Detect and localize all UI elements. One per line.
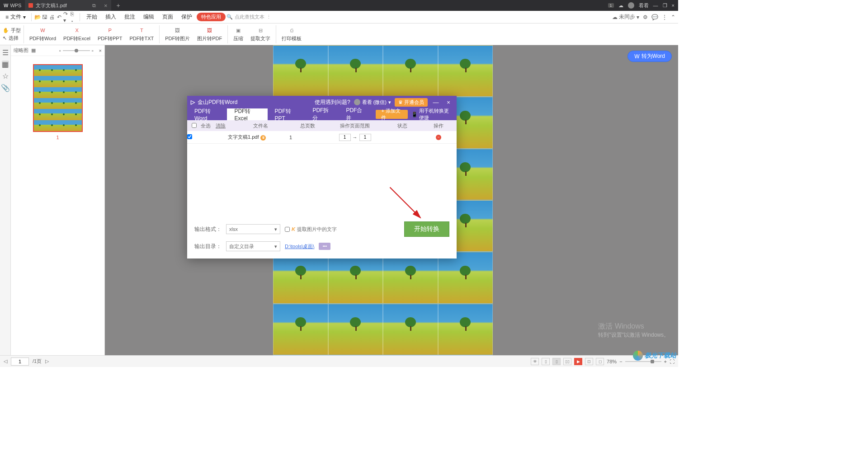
sync-status[interactable]: ☁未同步 ▾ <box>612 13 639 21</box>
collapse-ribbon-icon[interactable]: ⌃ <box>671 14 675 20</box>
tool-select[interactable]: ↖选择 <box>3 35 21 42</box>
mobile-convert-hint[interactable]: 📱用手机转换更便捷 <box>408 108 457 120</box>
thumb-zoom-slider[interactable] <box>63 50 90 51</box>
tool-pdf-to-ppt[interactable]: PPDF转PPT <box>94 25 126 43</box>
output-dir-select[interactable]: 自定义目录▾ <box>226 241 280 251</box>
tool-hand[interactable]: ✋手型 <box>3 27 21 34</box>
menu-protect[interactable]: 保护 <box>178 12 196 22</box>
settings-icon[interactable]: ⚙ <box>643 14 648 20</box>
view-facing-icon[interactable]: ▯▯ <box>563 358 571 365</box>
zoom-out-icon[interactable]: − <box>619 359 622 364</box>
convert-to-word-button[interactable]: W 转为Word <box>627 51 672 62</box>
ppt-icon: P <box>106 26 114 34</box>
user-avatar-icon[interactable] <box>628 2 634 9</box>
dialog-minimize-icon[interactable]: — <box>431 99 440 106</box>
next-page-icon[interactable]: ▷ <box>45 358 49 364</box>
chevron-down-icon: ▾ <box>274 244 277 249</box>
tab-close-icon[interactable]: × <box>104 2 108 9</box>
print-icon[interactable]: 🖨 <box>49 14 55 20</box>
tool-pdf-to-excel[interactable]: XPDF转Excel <box>60 25 94 43</box>
outline-icon[interactable]: ☰ <box>2 49 9 56</box>
feedback-icon[interactable]: 💬 <box>651 14 658 20</box>
save-icon[interactable]: 🖫 <box>42 14 48 20</box>
start-convert-button[interactable]: 开始转换 <box>404 221 449 237</box>
menu-comment[interactable]: 批注 <box>121 12 139 22</box>
view-continuous-icon[interactable]: ▯ <box>552 358 561 365</box>
window-close-icon[interactable]: × <box>672 3 675 8</box>
dialog-vip-button[interactable]: ♛开通会员 <box>395 98 428 107</box>
show-hide-icon[interactable]: 👁 <box>531 358 539 365</box>
page-from-input[interactable] <box>339 134 351 141</box>
tool-print-template[interactable]: ⎙打印模板 <box>278 25 305 43</box>
notification-badge[interactable]: 1 <box>608 3 614 8</box>
more-icon[interactable]: ⋮ <box>662 14 667 20</box>
search-box[interactable]: 🔍 点此查找文本 ⋮ <box>226 14 271 20</box>
undo-icon[interactable]: ↶ <box>56 14 62 20</box>
open-icon[interactable]: 📂 <box>34 14 41 20</box>
redo-icon[interactable]: ↷ ▾ <box>63 14 70 20</box>
thumbnails-icon[interactable]: ▦ <box>2 61 9 68</box>
browse-folder-button[interactable]: ••• <box>319 243 330 250</box>
attachment-icon[interactable]: 📎 <box>2 84 9 91</box>
view-single-icon[interactable]: ▯ <box>542 358 550 365</box>
menu-edit[interactable]: 编辑 <box>140 12 158 22</box>
tool-pdf-to-image[interactable]: 🖼PDF转图片 <box>161 25 193 43</box>
cloud-icon[interactable]: ☁ <box>618 3 623 9</box>
output-path-link[interactable]: D:\tools\桌面\ <box>285 243 314 250</box>
fit-width-icon[interactable]: ⊡ <box>585 358 593 365</box>
txt-icon: T <box>137 26 146 34</box>
dialog-help-link[interactable]: 使用遇到问题? <box>315 99 350 106</box>
col-operation: 操作 <box>420 122 457 129</box>
file-menu[interactable]: ≡ 文件 ▾ <box>3 12 28 22</box>
thumb-zoom-in-icon[interactable]: ▫ <box>92 48 94 53</box>
thumb-panel-close-icon[interactable]: × <box>99 48 102 53</box>
tool-pdf-to-word[interactable]: WPDF转Word <box>26 25 60 43</box>
menu-start[interactable]: 开始 <box>83 12 101 22</box>
compress-icon: ▣ <box>234 26 242 34</box>
title-bar: WWPS 文字文稿1.pdf ⧉ × + 1 ☁ 看看 — ❐ × <box>0 0 678 11</box>
tab-pdf-split[interactable]: PDF拆分 <box>305 108 339 120</box>
current-page-input[interactable] <box>11 357 29 366</box>
tab-pdf-merge[interactable]: PDF合并 <box>339 108 372 120</box>
ocr-checkbox[interactable] <box>285 227 290 232</box>
col-status: 状态 <box>384 122 420 129</box>
output-format-select[interactable]: xlsx▾ <box>226 224 280 234</box>
thumb-grid-icon[interactable]: ▦ <box>31 47 36 53</box>
tab-pdf-to-ppt[interactable]: PDF转PPT <box>268 108 306 120</box>
thumb-zoom-out-icon[interactable]: ▫ <box>59 48 61 53</box>
dialog-user[interactable]: 看看 (微信) ▾ <box>354 99 391 106</box>
zoom-slider[interactable] <box>625 361 661 362</box>
bookmark-icon[interactable]: ☆ <box>2 72 9 80</box>
tab-popup-icon[interactable]: ⧉ <box>92 3 96 9</box>
ocr-label: 提取图片中的文字 <box>297 226 337 233</box>
document-tab[interactable]: 文字文稿1.pdf ⧉ × <box>25 0 111 11</box>
new-tab-button[interactable]: + <box>111 2 126 9</box>
page-to-input[interactable] <box>359 134 371 141</box>
thumbnail-page-number: 1 <box>56 135 59 140</box>
export-icon[interactable]: ⎘ ▾ <box>71 14 77 20</box>
tool-pdf-to-txt[interactable]: TPDF转TXT <box>126 25 157 43</box>
fit-page-icon[interactable]: ◻ <box>596 358 604 365</box>
row-checkbox[interactable] <box>187 134 192 139</box>
thumbnail-panel-title: 缩略图 <box>14 47 28 54</box>
tab-pdf-to-excel[interactable]: PDF转Excel <box>227 108 267 120</box>
window-restore-icon[interactable]: ❐ <box>663 3 667 9</box>
row-delete-icon[interactable]: − <box>436 135 441 140</box>
clear-selection-link[interactable]: 清除 <box>216 122 226 129</box>
tool-extract-text[interactable]: ⊟提取文字 <box>247 25 274 43</box>
window-minimize-icon[interactable]: — <box>653 3 658 8</box>
windows-activation-watermark: 激活 Windows 转到"设置"以激活 Windows。 <box>598 322 669 339</box>
search-more-icon[interactable]: ⋮ <box>266 14 271 20</box>
menu-page[interactable]: 页面 <box>159 12 177 22</box>
menu-special[interactable]: 特色应用 <box>197 13 226 21</box>
select-all-checkbox[interactable] <box>192 123 197 128</box>
page-thumbnail[interactable] <box>33 64 83 132</box>
menu-insert[interactable]: 插入 <box>102 12 120 22</box>
add-file-button[interactable]: + 添加文件 <box>376 110 408 119</box>
tab-pdf-to-word[interactable]: PDF转Word <box>187 108 227 120</box>
dialog-close-icon[interactable]: × <box>444 99 453 106</box>
play-icon[interactable]: ▶ <box>574 358 582 365</box>
prev-page-icon[interactable]: ◁ <box>4 358 7 364</box>
tool-image-to-pdf[interactable]: 🖼图片转PDF <box>193 25 226 43</box>
tool-compress[interactable]: ▣压缩 <box>230 25 247 43</box>
